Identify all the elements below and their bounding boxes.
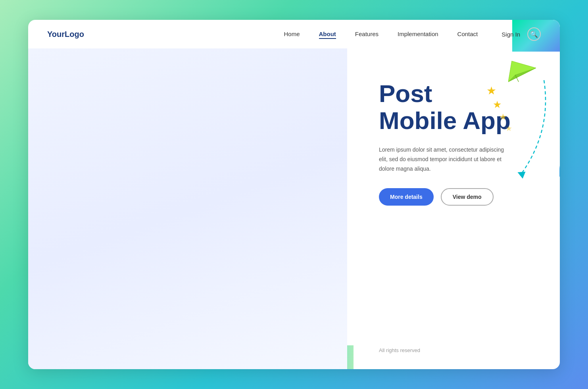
sign-in-link[interactable]: Sign In: [502, 31, 520, 38]
mailbox: [557, 150, 560, 202]
search-icon: 🔍: [530, 31, 538, 38]
navbar: YourLogo Home About Features Implementat…: [28, 20, 560, 48]
paper-plane-icon: [508, 60, 536, 83]
nav-links: Home About Features Implementation Conta…: [284, 31, 478, 38]
nav-link-contact[interactable]: Contact: [457, 31, 478, 37]
btn-row: More details View demo: [379, 188, 519, 206]
mailbox-body: [559, 150, 560, 177]
search-button[interactable]: 🔍: [527, 27, 541, 41]
paper-plane: [508, 60, 536, 83]
logo: YourLogo: [47, 30, 84, 39]
nav-link-about[interactable]: About: [319, 31, 336, 39]
nav-item-home[interactable]: Home: [284, 31, 300, 38]
nav-item-features[interactable]: Features: [355, 31, 379, 38]
view-demo-button[interactable]: View demo: [441, 188, 494, 206]
star-2: ★: [493, 99, 512, 110]
mailbox-assembly: [557, 150, 560, 202]
star-1: ★: [486, 84, 512, 97]
nav-item-contact[interactable]: Contact: [457, 31, 478, 38]
nav-link-home[interactable]: Home: [284, 31, 300, 37]
nav-right: Sign In 🔍: [502, 27, 541, 41]
footer-text: All rights reserved: [379, 347, 519, 353]
right-panel: ★ ★ ★ ★: [538, 48, 560, 369]
nav-item-about[interactable]: About: [319, 31, 336, 38]
star-3: ★: [499, 112, 512, 122]
nav-item-implementation[interactable]: Implementation: [398, 31, 438, 38]
nav-link-implementation[interactable]: Implementation: [398, 31, 438, 37]
stars-container: ★ ★ ★ ★: [486, 84, 512, 133]
hero-title-line1: Post: [379, 80, 432, 107]
page-bg-gradient: [28, 48, 347, 369]
main-content: Post Mobile App Lorem ipsum dolor sit am…: [28, 48, 560, 369]
hero-description: Lorem ipsum dolor sit amet, consectetur …: [379, 145, 514, 173]
more-details-button[interactable]: More details: [379, 188, 434, 206]
star-4: ★: [505, 124, 512, 133]
nav-link-features[interactable]: Features: [355, 31, 379, 37]
page-container: YourLogo Home About Features Implementat…: [28, 20, 560, 369]
